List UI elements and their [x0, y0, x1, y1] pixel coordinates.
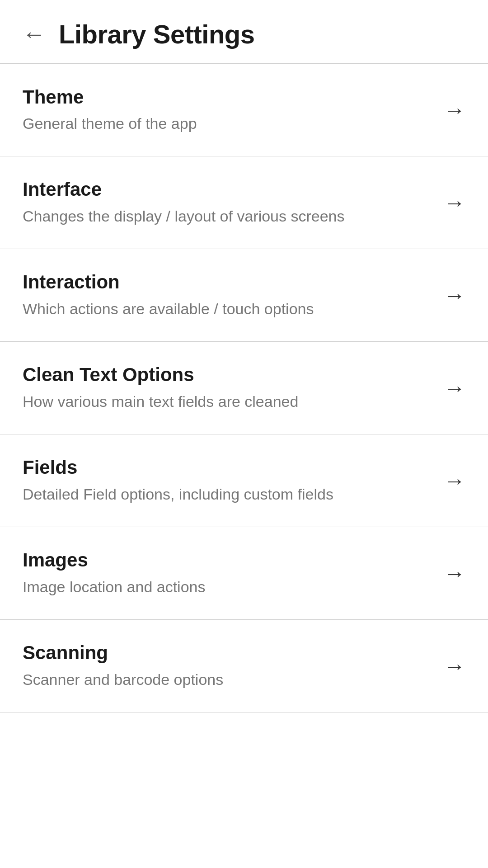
settings-item-arrow-clean-text-options: → [444, 376, 465, 401]
settings-item-title-interface: Interface [23, 178, 426, 201]
settings-item-title-clean-text-options: Clean Text Options [23, 363, 426, 386]
settings-item-clean-text-options[interactable]: Clean Text Options How various main text… [0, 342, 488, 434]
settings-item-content-theme: Theme General theme of the app [23, 86, 444, 135]
settings-item-arrow-scanning: → [444, 654, 465, 679]
settings-item-images[interactable]: Images Image location and actions → [0, 527, 488, 620]
back-arrow-icon: ← [22, 22, 46, 46]
settings-item-content-clean-text-options: Clean Text Options How various main text… [23, 363, 444, 412]
settings-item-title-fields: Fields [23, 456, 426, 479]
settings-item-title-scanning: Scanning [23, 642, 426, 664]
settings-item-arrow-interface: → [444, 190, 465, 215]
settings-item-theme[interactable]: Theme General theme of the app → [0, 64, 488, 157]
settings-item-description-clean-text-options: How various main text fields are cleaned [23, 391, 426, 413]
settings-item-description-interaction: Which actions are available / touch opti… [23, 298, 426, 320]
settings-item-interaction[interactable]: Interaction Which actions are available … [0, 249, 488, 342]
settings-item-description-theme: General theme of the app [23, 113, 426, 135]
settings-item-scanning[interactable]: Scanning Scanner and barcode options → [0, 620, 488, 712]
settings-item-title-images: Images [23, 549, 426, 571]
settings-item-description-images: Image location and actions [23, 576, 426, 598]
settings-item-arrow-interaction: → [444, 283, 465, 308]
settings-item-title-interaction: Interaction [23, 271, 426, 293]
settings-item-content-fields: Fields Detailed Field options, including… [23, 456, 444, 505]
back-button[interactable]: ← [18, 18, 50, 50]
settings-item-fields[interactable]: Fields Detailed Field options, including… [0, 434, 488, 527]
settings-item-content-interface: Interface Changes the display / layout o… [23, 178, 444, 227]
settings-item-arrow-images: → [444, 561, 465, 586]
settings-item-interface[interactable]: Interface Changes the display / layout o… [0, 156, 488, 249]
settings-item-content-interaction: Interaction Which actions are available … [23, 271, 444, 320]
settings-item-content-images: Images Image location and actions [23, 549, 444, 598]
settings-item-arrow-theme: → [444, 98, 465, 123]
header: ← Library Settings [0, 0, 488, 63]
settings-list: Theme General theme of the app → Interfa… [0, 64, 488, 713]
settings-item-description-scanning: Scanner and barcode options [23, 669, 426, 691]
settings-item-title-theme: Theme [23, 86, 426, 108]
settings-item-content-scanning: Scanning Scanner and barcode options [23, 642, 444, 690]
page-title: Library Settings [59, 19, 255, 49]
settings-item-description-interface: Changes the display / layout of various … [23, 206, 426, 227]
settings-item-description-fields: Detailed Field options, including custom… [23, 484, 426, 505]
settings-item-arrow-fields: → [444, 468, 465, 493]
